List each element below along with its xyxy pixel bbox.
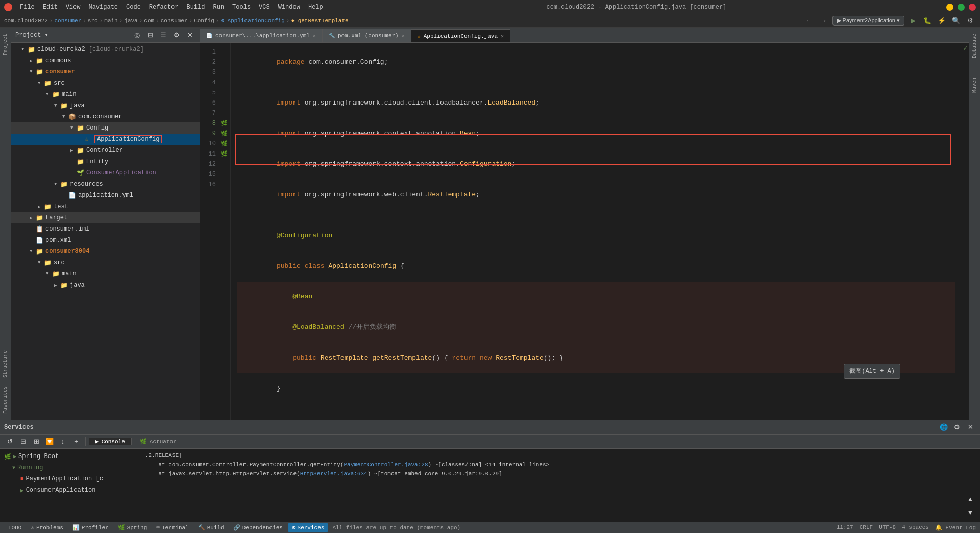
- profile-button[interactable]: ⚡: [936, 15, 947, 27]
- maximize-button[interactable]: [958, 4, 965, 11]
- tree-item-consumer-iml[interactable]: 📋 consumer.iml: [11, 223, 200, 235]
- project-panel-label[interactable]: Project: [2, 30, 9, 59]
- collapse-services-button[interactable]: ⊟: [17, 436, 29, 447]
- line-ending[interactable]: CRLF: [860, 524, 873, 531]
- status-tab-todo[interactable]: TODO: [4, 523, 26, 532]
- service-running[interactable]: ▼ Running: [4, 462, 137, 473]
- tree-item-config[interactable]: ▼ 📁 Config: [11, 122, 200, 134]
- services-toolbar[interactable]: ↺ ⊟ ⊞ 🔽 ↕ + ▶ Console 🌿 Actuator: [0, 435, 980, 449]
- tab-application-yml[interactable]: 📄 consumer\...\application.yml ✕: [200, 29, 323, 42]
- status-tab-dependencies[interactable]: 🔗 Dependencies: [229, 523, 287, 532]
- close-bottom-button[interactable]: ✕: [965, 422, 976, 433]
- menu-help[interactable]: Help: [305, 3, 327, 12]
- menu-refactor[interactable]: Refactor: [145, 3, 182, 12]
- menu-window[interactable]: Window: [275, 3, 304, 12]
- back-button[interactable]: ←: [804, 15, 815, 27]
- event-log-label[interactable]: 🔔 Event Log: [935, 524, 976, 531]
- structure-panel-label[interactable]: Structure: [2, 346, 9, 382]
- tree-item-controller[interactable]: ▶ 📁 Controller: [11, 145, 200, 156]
- database-panel-label[interactable]: Database: [971, 30, 978, 62]
- editor-tabs[interactable]: 📄 consumer\...\application.yml ✕ 🔧 pom.x…: [200, 28, 969, 43]
- tree-item-commons[interactable]: ▶ 📁 commons: [11, 55, 200, 66]
- expand-globe-button[interactable]: 🌐: [938, 422, 949, 433]
- tree-item-target[interactable]: ▶ 📁 target: [11, 212, 200, 223]
- menu-view[interactable]: View: [62, 3, 84, 12]
- add-services-button[interactable]: +: [70, 436, 82, 447]
- tab-pom-xml[interactable]: 🔧 pom.xml (consumer) ✕: [323, 29, 411, 42]
- collapse-all-button[interactable]: ⊟: [144, 30, 156, 41]
- tree-item-cloud-eureka2[interactable]: ▼ 📁 cloud-eureka2 [cloud-erurka2]: [11, 44, 200, 55]
- tree-item-test[interactable]: ▶ 📁 test: [11, 201, 200, 212]
- run-button[interactable]: ▶: [908, 15, 919, 27]
- run-config-selector[interactable]: ▶ Payment2Application ▾: [832, 16, 904, 26]
- link-httpservlet[interactable]: HttpServlet.java:634: [300, 471, 368, 477]
- minimize-button[interactable]: [946, 4, 953, 11]
- menu-bar[interactable]: File Edit View Navigate Code Refactor Bu…: [16, 3, 327, 12]
- tree-item-java[interactable]: ▼ 📁 java: [11, 100, 200, 111]
- menu-code[interactable]: Code: [122, 3, 144, 12]
- tree-item-application-yml[interactable]: 📄 application.yml: [11, 190, 200, 201]
- tree-item-pom-xml[interactable]: 📄 pom.xml: [11, 235, 200, 246]
- tree-item-consumer8004[interactable]: ▼ 📁 consumer8004: [11, 246, 200, 257]
- refresh-services-button[interactable]: ↺: [4, 436, 15, 447]
- tree-item-src[interactable]: ▼ 📁 src: [11, 78, 200, 89]
- settings-bottom-button[interactable]: ⚙: [951, 422, 963, 433]
- maven-panel-label[interactable]: Maven: [971, 73, 978, 97]
- tree-item-resources[interactable]: ▼ 📁 resources: [11, 179, 200, 190]
- cursor-position[interactable]: 11:27: [837, 524, 853, 531]
- tree-item-consumer8004-src[interactable]: ▼ 📁 src: [11, 257, 200, 268]
- service-payment-app[interactable]: ■ PaymentApplication [c: [4, 473, 137, 485]
- tab-close-button[interactable]: ✕: [313, 33, 316, 39]
- tab-close-button[interactable]: ✕: [402, 33, 405, 39]
- group-services-button[interactable]: ⊞: [31, 436, 42, 447]
- menu-file[interactable]: File: [16, 3, 38, 12]
- encoding[interactable]: UTF-8: [879, 524, 896, 531]
- menu-run[interactable]: Run: [209, 3, 228, 12]
- status-tab-build[interactable]: 🔨 Build: [194, 523, 228, 532]
- scroll-down-button[interactable]: ▼: [965, 506, 976, 518]
- tree-item-consumer8004-java[interactable]: ▶ 📁 java: [11, 280, 200, 291]
- bottom-tab-console[interactable]: ▶ Console: [89, 438, 132, 445]
- sort-services-button[interactable]: ↕: [57, 436, 68, 447]
- tab-close-button-active[interactable]: ✕: [501, 33, 504, 39]
- status-tab-services[interactable]: ⚙ Services: [288, 523, 328, 532]
- code-content[interactable]: package com.consumer.Config; import org.…: [231, 43, 962, 420]
- menu-navigate[interactable]: Navigate: [85, 3, 121, 12]
- indent-info[interactable]: 4 spaces: [902, 524, 929, 531]
- status-tab-problems[interactable]: ⚠ Problems: [27, 523, 67, 532]
- expand-all-button[interactable]: ☰: [158, 30, 169, 41]
- forward-button[interactable]: →: [818, 15, 829, 27]
- close-sidebar-button[interactable]: ✕: [184, 30, 195, 41]
- scroll-up-button[interactable]: ▲: [965, 493, 976, 504]
- settings-button[interactable]: ⚙: [965, 15, 976, 27]
- menu-edit[interactable]: Edit: [39, 3, 61, 12]
- tree-item-consumer8004-main[interactable]: ▼ 📁 main: [11, 268, 200, 280]
- sidebar-actions[interactable]: ◎ ⊟ ☰ ⚙ ✕: [131, 30, 195, 41]
- tree-item-main[interactable]: ▼ 📁 main: [11, 89, 200, 100]
- status-tab-spring[interactable]: 🌿 Spring: [114, 523, 152, 532]
- debug-button[interactable]: 🐛: [922, 15, 933, 27]
- tab-application-config[interactable]: ☕ ApplicationConfig.java ✕: [411, 29, 510, 42]
- status-bar-tabs[interactable]: TODO ⚠ Problems 📊 Profiler 🌿 Spring ⌨ Te…: [4, 523, 328, 532]
- status-tab-profiler[interactable]: 📊 Profiler: [68, 523, 113, 532]
- tree-item-com-consumer[interactable]: ▼ 📦 com.consumer: [11, 111, 200, 122]
- link-payment-controller[interactable]: PaymentController.java:28: [344, 462, 428, 468]
- tree-item-consumer-app[interactable]: 🌱 ConsumerApplication: [11, 167, 200, 179]
- close-button[interactable]: [969, 4, 976, 11]
- sidebar-settings-button[interactable]: ⚙: [171, 30, 182, 41]
- service-spring-boot[interactable]: 🌿 ▶ Spring Boot: [4, 451, 137, 462]
- search-button[interactable]: 🔍: [950, 15, 962, 27]
- bottom-tab-actuator[interactable]: 🌿 Actuator: [134, 438, 183, 445]
- project-tree[interactable]: ▼ 📁 cloud-eureka2 [cloud-erurka2] ▶ 📁 co…: [11, 43, 200, 420]
- code-editor[interactable]: 1 2 3 4 5 6 7 8 9 10 11 12 15 16: [200, 43, 969, 420]
- favorites-panel-label[interactable]: Favorites: [2, 382, 9, 418]
- menu-vcs[interactable]: VCS: [255, 3, 274, 12]
- bottom-panel-actions[interactable]: 🌐 ⚙ ✕: [938, 422, 976, 433]
- status-tab-terminal[interactable]: ⌨ Terminal: [152, 523, 192, 532]
- menu-tools[interactable]: Tools: [229, 3, 254, 12]
- locate-file-button[interactable]: ◎: [131, 30, 142, 41]
- tree-item-consumer[interactable]: ▼ 📁 consumer: [11, 66, 200, 78]
- scroll-controls[interactable]: ▲ ▼: [965, 451, 976, 520]
- filter-services-button[interactable]: 🔽: [44, 436, 55, 447]
- service-consumer-app[interactable]: ▶ ConsumerApplication: [4, 485, 137, 496]
